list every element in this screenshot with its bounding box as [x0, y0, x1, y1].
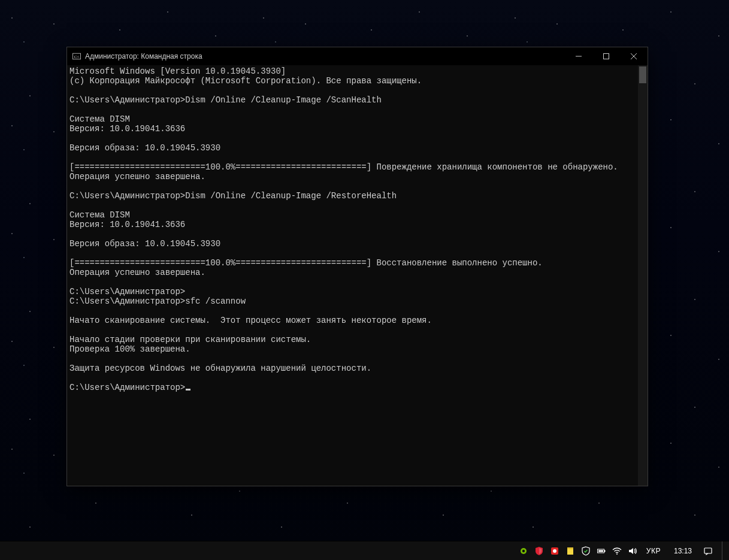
- minimize-button[interactable]: [565, 47, 592, 65]
- taskbar-clock[interactable]: 13:13: [669, 547, 697, 555]
- note-tray-icon[interactable]: [565, 546, 576, 556]
- volume-tray-icon[interactable]: [627, 546, 638, 556]
- svg-rect-11: [567, 547, 573, 549]
- svg-point-7: [522, 549, 525, 552]
- shield-tray-icon[interactable]: [534, 546, 545, 556]
- terminal-scrollbar[interactable]: [638, 65, 648, 486]
- security-tray-icon[interactable]: [580, 546, 591, 556]
- svg-rect-13: [604, 550, 606, 552]
- svg-text:C:\: C:\: [74, 55, 80, 59]
- notifications-icon[interactable]: [701, 546, 715, 556]
- cmd-window: C:\ Администратор: Командная строка Micr…: [66, 47, 648, 486]
- taskbar[interactable]: УКР 13:13: [0, 541, 729, 560]
- svg-rect-3: [604, 54, 609, 59]
- language-indicator[interactable]: УКР: [643, 547, 664, 555]
- app-tray-icon[interactable]: [549, 546, 560, 556]
- terminal-body: Microsoft Windows [Version 10.0.19045.39…: [67, 65, 648, 486]
- wifi-tray-icon[interactable]: [612, 546, 622, 556]
- scrollbar-thumb[interactable]: [639, 66, 646, 83]
- terminal-output[interactable]: Microsoft Windows [Version 10.0.19045.39…: [67, 65, 638, 486]
- svg-rect-14: [598, 550, 603, 552]
- system-tray: УКР 13:13: [515, 541, 729, 560]
- nvidia-tray-icon[interactable]: [518, 546, 529, 556]
- titlebar[interactable]: C:\ Администратор: Командная строка: [67, 47, 648, 65]
- close-button[interactable]: [620, 47, 648, 65]
- terminal-cursor: [186, 389, 190, 391]
- cmd-icon: C:\: [72, 52, 81, 61]
- terminal-prompt[interactable]: C:\Users\Администратор>: [69, 383, 185, 392]
- maximize-button[interactable]: [592, 47, 620, 65]
- svg-point-9: [553, 549, 556, 553]
- window-title: Администратор: Командная строка: [85, 52, 202, 60]
- show-desktop-button[interactable]: [722, 541, 725, 561]
- battery-tray-icon[interactable]: [596, 546, 607, 556]
- svg-point-15: [616, 553, 618, 555]
- svg-rect-16: [704, 548, 712, 553]
